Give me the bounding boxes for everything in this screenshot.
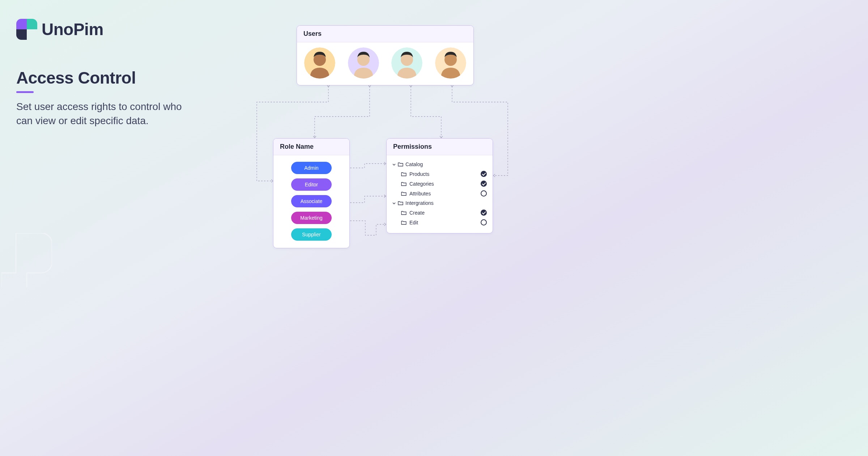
- permission-group[interactable]: Catalog: [392, 160, 487, 169]
- permission-item[interactable]: Products: [392, 169, 487, 179]
- permission-group[interactable]: Intergrations: [392, 198, 487, 208]
- permissions-card: Permissions CatalogProductsCategoriesAtt…: [386, 138, 493, 233]
- folder-icon: [401, 182, 407, 186]
- user-avatar: [435, 47, 466, 79]
- folder-icon: [401, 172, 407, 176]
- user-avatar: [391, 47, 422, 79]
- folder-icon: [401, 211, 407, 215]
- checked-icon[interactable]: [481, 181, 487, 187]
- brand-watermark: [1, 233, 52, 287]
- role-pill[interactable]: Supplier: [291, 228, 332, 241]
- folder-icon: [401, 220, 407, 225]
- folder-icon: [401, 191, 407, 196]
- page-subtitle: Set user access rights to control who ca…: [16, 100, 197, 128]
- checked-icon[interactable]: [481, 171, 487, 177]
- unchecked-icon[interactable]: [481, 219, 487, 225]
- permission-item[interactable]: Edit: [392, 218, 487, 227]
- users-card-title: Users: [297, 26, 473, 42]
- permission-item[interactable]: Create: [392, 208, 487, 218]
- permissions-card-title: Permissions: [387, 139, 493, 155]
- permission-item[interactable]: Attributes: [392, 189, 487, 198]
- permission-group-label: Catalog: [405, 161, 423, 167]
- brand-logo: UnoPim: [16, 19, 103, 40]
- unchecked-icon[interactable]: [481, 190, 487, 197]
- permission-group-label: Intergrations: [405, 200, 434, 206]
- role-card-title: Role Name: [273, 139, 349, 155]
- brand-name: UnoPim: [42, 20, 103, 39]
- role-name-card: Role Name AdminEditorAssociateMarketingS…: [273, 138, 350, 248]
- chevron-down-icon: [392, 163, 396, 166]
- role-pill[interactable]: Editor: [291, 178, 332, 191]
- checked-icon[interactable]: [481, 210, 487, 216]
- role-pill[interactable]: Marketing: [291, 212, 332, 224]
- role-pill[interactable]: Admin: [291, 162, 332, 174]
- page-title: Access Control: [16, 68, 197, 88]
- chevron-down-icon: [392, 202, 396, 205]
- user-avatar: [304, 47, 335, 79]
- access-control-diagram: Users Role Name AdminEditorAssociateMark…: [195, 25, 521, 279]
- user-avatar: [348, 47, 379, 79]
- permission-item-label: Create: [409, 210, 425, 216]
- role-pill[interactable]: Associate: [291, 195, 332, 207]
- users-card: Users: [297, 25, 474, 85]
- permission-item-label: Products: [409, 171, 429, 177]
- title-underline: [16, 91, 34, 93]
- permission-item[interactable]: Categories: [392, 179, 487, 189]
- permission-item-label: Edit: [409, 220, 418, 225]
- folder-icon: [398, 201, 403, 205]
- permission-item-label: Attributes: [409, 191, 431, 197]
- folder-icon: [398, 162, 403, 166]
- headline-block: Access Control Set user access rights to…: [16, 68, 197, 128]
- permission-item-label: Categories: [409, 181, 434, 187]
- brand-logo-mark: [16, 19, 37, 40]
